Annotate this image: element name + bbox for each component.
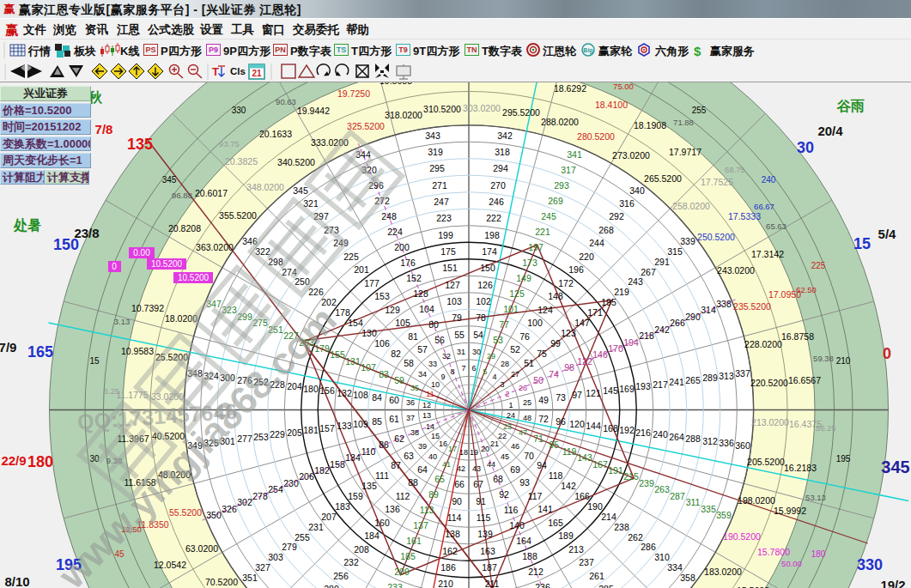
svg-text:180: 180 [811, 549, 826, 559]
svg-text:0: 0 [883, 345, 891, 362]
svg-text:20: 20 [481, 445, 489, 453]
svg-text:225: 225 [811, 261, 826, 270]
svg-text:处暑: 处暑 [13, 217, 41, 233]
svg-text:315: 315 [667, 246, 683, 257]
svg-text:240: 240 [762, 175, 776, 185]
svg-text:261: 261 [589, 571, 604, 581]
svg-text:2: 2 [505, 390, 509, 398]
svg-text:18: 18 [459, 448, 468, 457]
svg-text:294: 294 [493, 163, 508, 173]
svg-text:236: 236 [535, 582, 550, 588]
svg-text:302: 302 [237, 497, 252, 507]
svg-text:253: 253 [253, 432, 269, 442]
svg-text:68: 68 [493, 474, 503, 484]
svg-text:208: 208 [354, 544, 369, 555]
svg-text:243: 243 [628, 276, 643, 287]
svg-text:33: 33 [428, 360, 437, 368]
svg-text:363.0200: 363.0200 [196, 242, 234, 252]
svg-text:15: 15 [853, 235, 871, 252]
svg-text:85: 85 [372, 416, 382, 427]
svg-text:351: 351 [242, 573, 258, 583]
svg-text:184: 184 [364, 530, 380, 541]
svg-text:340: 340 [629, 185, 645, 196]
svg-text:70.5200: 70.5200 [205, 577, 238, 587]
svg-text:237: 237 [579, 557, 594, 567]
svg-text:75.00: 75.00 [613, 82, 634, 91]
svg-text:337: 337 [735, 368, 750, 379]
svg-text:162: 162 [442, 546, 458, 556]
svg-text:3.13: 3.13 [114, 317, 131, 326]
svg-text:1: 1 [508, 401, 513, 409]
svg-text:310.5200: 310.5200 [423, 104, 461, 114]
svg-text:278: 278 [252, 491, 268, 501]
svg-text:158: 158 [330, 459, 345, 470]
svg-text:255: 255 [295, 532, 310, 543]
svg-text:45: 45 [501, 452, 509, 461]
svg-text:57: 57 [417, 344, 428, 355]
svg-text:128: 128 [413, 288, 428, 299]
svg-text:19.7250: 19.7250 [337, 88, 370, 99]
svg-text:10.7392: 10.7392 [131, 303, 164, 313]
svg-text:81: 81 [408, 331, 418, 342]
svg-text:36: 36 [406, 398, 415, 407]
svg-text:338: 338 [716, 299, 732, 309]
svg-text:T: T [212, 65, 219, 78]
svg-text:133: 133 [337, 421, 352, 431]
svg-text:96.88: 96.88 [172, 191, 192, 200]
svg-text:35: 35 [410, 384, 419, 392]
svg-text:78: 78 [476, 312, 486, 323]
svg-text:59: 59 [394, 375, 404, 385]
svg-text:233: 233 [387, 582, 403, 588]
svg-text:125: 125 [509, 288, 525, 299]
svg-text:44: 44 [487, 460, 495, 469]
svg-text:140: 140 [509, 520, 525, 530]
svg-text:47: 47 [519, 428, 527, 437]
svg-text:赢: 赢 [3, 3, 15, 15]
svg-text:192: 192 [619, 425, 635, 435]
svg-text:10.9583: 10.9583 [121, 346, 154, 356]
svg-text:17: 17 [448, 445, 457, 453]
svg-text:16.2183: 16.2183 [784, 463, 817, 473]
svg-text:339: 339 [680, 236, 695, 246]
svg-text:0: 0 [112, 262, 117, 271]
svg-text:180: 180 [27, 453, 53, 470]
svg-text:41: 41 [442, 460, 451, 469]
svg-text:99: 99 [550, 338, 561, 349]
svg-text:195: 195 [836, 454, 851, 464]
svg-text:146: 146 [592, 349, 608, 360]
svg-text:263: 263 [654, 484, 670, 494]
svg-text:258.0200: 258.0200 [672, 201, 710, 211]
svg-text:53: 53 [493, 335, 503, 345]
svg-text:22/9: 22/9 [1, 453, 26, 468]
svg-text:5: 5 [483, 367, 487, 376]
svg-text:218: 218 [639, 330, 654, 341]
svg-text:72: 72 [538, 414, 549, 424]
svg-text:220: 220 [579, 252, 594, 262]
svg-text:20.3825: 20.3825 [225, 156, 258, 167]
svg-text:24: 24 [507, 411, 515, 420]
svg-text:42: 42 [457, 464, 465, 473]
svg-text:217: 217 [653, 379, 668, 390]
svg-text:193: 193 [635, 381, 651, 391]
svg-text:59.38: 59.38 [813, 354, 834, 363]
svg-text:22: 22 [498, 432, 507, 440]
svg-text:112: 112 [396, 491, 410, 501]
svg-text:145: 145 [603, 385, 618, 396]
svg-text:79: 79 [452, 312, 462, 323]
svg-text:334: 334 [667, 562, 683, 573]
svg-text:205.5200: 205.5200 [747, 457, 785, 467]
svg-text:325.5200: 325.5200 [347, 121, 385, 131]
svg-text:144: 144 [586, 421, 601, 431]
svg-text:95: 95 [549, 439, 559, 450]
svg-text:214: 214 [601, 512, 616, 522]
svg-text:266: 266 [670, 318, 685, 328]
svg-text:115: 115 [477, 512, 491, 523]
svg-text:17.5333: 17.5333 [728, 211, 761, 221]
svg-text:66.67: 66.67 [754, 202, 774, 211]
svg-text:143: 143 [577, 452, 592, 463]
svg-text:270: 270 [490, 180, 506, 191]
svg-text:230: 230 [283, 478, 299, 488]
svg-text:116: 116 [504, 505, 519, 515]
svg-text:28: 28 [501, 360, 509, 368]
svg-text:286: 286 [641, 542, 656, 552]
